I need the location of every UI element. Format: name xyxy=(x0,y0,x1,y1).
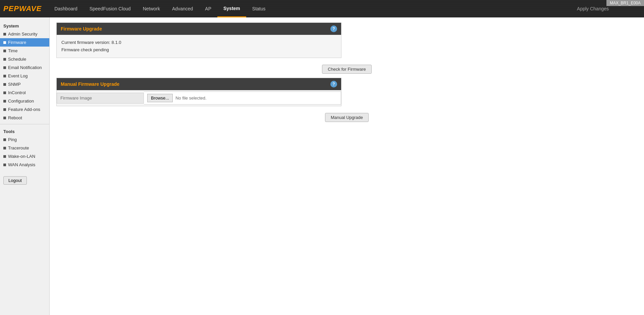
sidebar-divider xyxy=(0,124,49,124)
sidebar-item-schedule[interactable]: Schedule xyxy=(0,55,49,63)
bullet-icon xyxy=(3,155,6,158)
sidebar-item-traceroute[interactable]: Traceroute xyxy=(0,144,49,152)
file-input-row: Browse... No file selected. xyxy=(147,94,207,102)
sidebar-item-event-log[interactable]: Event Log xyxy=(0,72,49,80)
sidebar-label: Wake-on-LAN xyxy=(8,154,35,159)
bullet-icon xyxy=(3,83,6,86)
firmware-upgrade-header: Firmware Upgrade ? xyxy=(57,23,341,35)
firmware-upgrade-help-icon[interactable]: ? xyxy=(330,25,337,32)
check-firmware-btn-container: Check for Firmware xyxy=(56,65,637,74)
firmware-image-row: Firmware Image Browse... No file selecte… xyxy=(57,90,341,106)
manual-upgrade-button[interactable]: Manual Upgrade xyxy=(325,113,369,122)
sidebar-item-wan-analysis[interactable]: WAN Analysis xyxy=(0,161,49,169)
bullet-icon xyxy=(3,66,6,69)
firmware-check-pending: Firmware check pending xyxy=(61,46,336,54)
logo-text: PEPWAVE xyxy=(3,4,42,13)
manual-upgrade-btn-container: Manual Upgrade xyxy=(56,113,637,122)
nav-status[interactable]: Status xyxy=(246,0,272,17)
sidebar-item-feature-addons[interactable]: Feature Add-ons xyxy=(0,105,49,114)
sidebar-label: Feature Add-ons xyxy=(8,107,40,112)
sidebar-label: Event Log xyxy=(8,73,28,78)
bullet-icon xyxy=(3,147,6,149)
sidebar-item-reboot[interactable]: Reboot xyxy=(0,114,49,122)
sidebar-item-snmp[interactable]: SNMP xyxy=(0,80,49,88)
sidebar-item-incontrol[interactable]: InControl xyxy=(0,88,49,97)
bullet-icon xyxy=(3,33,6,36)
nav-advanced[interactable]: Advanced xyxy=(166,0,199,17)
sidebar-label: Admin Security xyxy=(8,32,37,37)
sidebar-item-email-notification[interactable]: Email Notification xyxy=(0,63,49,72)
bullet-icon xyxy=(3,50,6,52)
topbar: PEPWAVE Dashboard SpeedFusion Cloud Netw… xyxy=(0,0,644,17)
main-nav: Dashboard SpeedFusion Cloud Network Adva… xyxy=(48,0,271,17)
firmware-image-label: Firmware Image xyxy=(57,93,144,104)
sidebar-label: Schedule xyxy=(8,57,26,62)
manual-firmware-upgrade-header: Manual Firmware Upgrade ? xyxy=(57,78,341,90)
main-content: Firmware Upgrade ? Current firmware vers… xyxy=(50,17,644,315)
sidebar-item-ping[interactable]: Ping xyxy=(0,135,49,144)
sidebar-label: SNMP xyxy=(8,82,21,87)
manual-firmware-help-icon[interactable]: ? xyxy=(330,81,337,87)
firmware-upgrade-body: Current firmware version: 8.1.0 Firmware… xyxy=(57,35,341,58)
bullet-icon xyxy=(3,91,6,94)
nav-ap[interactable]: AP xyxy=(199,0,217,17)
firmware-upgrade-title: Firmware Upgrade xyxy=(61,26,102,32)
logo: PEPWAVE xyxy=(3,4,42,13)
firmware-image-value: Browse... No file selected. xyxy=(144,91,341,105)
bullet-icon xyxy=(3,164,6,166)
firmware-version-info: Current firmware version: 8.1.0 Firmware… xyxy=(61,39,336,54)
no-file-selected-text: No file selected. xyxy=(175,96,207,101)
nav-speedfusion[interactable]: SpeedFusion Cloud xyxy=(84,0,137,17)
layout: System Admin Security Firmware Time Sche… xyxy=(0,17,644,315)
device-id: MAX_BR1_E00A xyxy=(606,0,644,6)
bullet-icon xyxy=(3,117,6,119)
sidebar-label: WAN Analysis xyxy=(8,162,35,167)
sidebar-item-wake-on-lan[interactable]: Wake-on-LAN xyxy=(0,152,49,161)
browse-button[interactable]: Browse... xyxy=(147,94,173,102)
logout-button[interactable]: Logout xyxy=(3,176,27,185)
nav-dashboard[interactable]: Dashboard xyxy=(48,0,84,17)
sidebar-label: Reboot xyxy=(8,115,22,120)
bullet-icon xyxy=(3,41,6,44)
bullet-icon xyxy=(3,75,6,77)
sidebar-item-configuration[interactable]: Configuration xyxy=(0,97,49,105)
sidebar-label: Ping xyxy=(8,137,17,142)
manual-firmware-upgrade-body: Firmware Image Browse... No file selecte… xyxy=(57,90,341,106)
nav-network[interactable]: Network xyxy=(137,0,166,17)
sidebar-item-admin-security[interactable]: Admin Security xyxy=(0,30,49,38)
firmware-version-line1: Current firmware version: 8.1.0 xyxy=(61,39,336,46)
sidebar-label: Traceroute xyxy=(8,145,29,150)
sidebar-label: Configuration xyxy=(8,99,34,104)
sidebar-item-time[interactable]: Time xyxy=(0,47,49,55)
sidebar-system-title: System xyxy=(0,21,49,30)
firmware-upgrade-panel: Firmware Upgrade ? Current firmware vers… xyxy=(56,22,341,58)
bullet-icon xyxy=(3,108,6,111)
manual-firmware-upgrade-title: Manual Firmware Upgrade xyxy=(61,81,119,87)
bullet-icon xyxy=(3,58,6,61)
bullet-icon xyxy=(3,100,6,103)
sidebar-label: Email Notification xyxy=(8,65,42,70)
check-firmware-button[interactable]: Check for Firmware xyxy=(322,65,371,74)
sidebar-label: InControl xyxy=(8,90,26,95)
bullet-icon xyxy=(3,138,6,141)
sidebar-item-firmware[interactable]: Firmware xyxy=(0,38,49,47)
sidebar-label: Firmware xyxy=(8,40,26,45)
nav-system[interactable]: System xyxy=(217,0,246,17)
sidebar-tools-title: Tools xyxy=(0,126,49,135)
sidebar-label: Time xyxy=(8,48,17,53)
sidebar: System Admin Security Firmware Time Sche… xyxy=(0,17,50,315)
manual-firmware-upgrade-panel: Manual Firmware Upgrade ? Firmware Image… xyxy=(56,78,341,106)
